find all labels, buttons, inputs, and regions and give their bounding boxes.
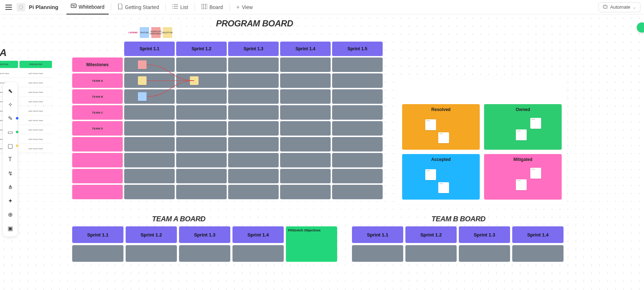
team-cell[interactable] xyxy=(352,245,403,262)
team-cell[interactable] xyxy=(232,245,284,262)
team-sprint-header[interactable]: Sprint 1.3 xyxy=(459,226,510,243)
connector-tool[interactable]: ↯ xyxy=(4,167,16,179)
board-cell[interactable] xyxy=(280,137,331,152)
shape-tool[interactable]: ▭ xyxy=(4,126,16,138)
tab-whiteboard[interactable]: Whiteboard xyxy=(66,0,109,14)
board-cell[interactable] xyxy=(176,121,227,136)
board-cell[interactable] xyxy=(176,57,227,72)
sticky-note[interactable] xyxy=(516,129,527,140)
board-cell[interactable] xyxy=(332,121,383,136)
sticky-note[interactable] xyxy=(190,76,199,85)
board-cell[interactable] xyxy=(228,137,279,152)
help-fab[interactable] xyxy=(637,22,644,33)
sticky-tool[interactable]: ▢ xyxy=(4,140,16,152)
agenda-cell[interactable]: add name here xyxy=(19,135,52,143)
board-cell[interactable] xyxy=(228,153,279,167)
board-cell[interactable] xyxy=(124,105,175,120)
ai-tool[interactable]: ✧ xyxy=(4,98,16,111)
sprint-header[interactable]: Sprint 1.1 xyxy=(124,42,175,56)
sprint-header[interactable]: Sprint 1.4 xyxy=(280,42,331,56)
relationship-tool[interactable]: ⋔ xyxy=(4,181,16,193)
row-header[interactable]: TEAM A xyxy=(72,73,123,88)
tab-getting-started[interactable]: Getting Started xyxy=(113,0,163,14)
board-cell[interactable] xyxy=(228,57,279,72)
board-cell[interactable] xyxy=(280,89,331,104)
board-cell[interactable] xyxy=(176,137,227,152)
sticky-note[interactable] xyxy=(438,132,449,143)
sprint-header[interactable]: Sprint 1.5 xyxy=(332,42,383,56)
agenda-header-cell[interactable]: PRESENTER xyxy=(19,61,52,68)
pi-objectives-card[interactable]: PI/Stretch Objectives xyxy=(286,226,337,262)
row-header[interactable] xyxy=(72,153,123,167)
board-cell[interactable] xyxy=(124,73,175,88)
sticky-note[interactable] xyxy=(516,179,527,190)
board-cell[interactable] xyxy=(228,121,279,136)
sticky-note[interactable] xyxy=(530,118,541,129)
tab-list[interactable]: List xyxy=(168,0,192,14)
team-sprint-header[interactable]: Sprint 1.1 xyxy=(352,226,403,243)
roam-quadrant[interactable]: Owned xyxy=(484,104,562,150)
team-sprint-header[interactable]: Sprint 1.4 xyxy=(512,226,564,243)
board-cell[interactable] xyxy=(332,185,383,199)
team-sprint-header[interactable]: Sprint 1.1 xyxy=(72,226,123,243)
team-cell[interactable] xyxy=(72,245,123,262)
team-sprint-header[interactable]: Sprint 1.3 xyxy=(179,226,230,243)
board-cell[interactable] xyxy=(176,73,227,88)
doc-avatar-icon[interactable] xyxy=(17,3,25,12)
team-cell[interactable] xyxy=(126,245,177,262)
board-cell[interactable] xyxy=(176,169,227,183)
team-cell[interactable] xyxy=(179,245,230,262)
board-cell[interactable] xyxy=(280,153,331,167)
board-cell[interactable] xyxy=(176,89,227,104)
agenda-header-cell[interactable]: PRESENTER xyxy=(0,61,18,68)
row-header[interactable] xyxy=(72,169,123,183)
board-cell[interactable] xyxy=(176,185,227,199)
team-sprint-header[interactable]: Sprint 1.2 xyxy=(405,226,457,243)
board-cell[interactable] xyxy=(280,121,331,136)
board-cell[interactable] xyxy=(332,89,383,104)
board-cell[interactable] xyxy=(280,73,331,88)
agenda-cell[interactable]: add name here xyxy=(0,69,18,77)
board-cell[interactable] xyxy=(332,73,383,88)
page-title[interactable]: Pi Planning xyxy=(29,4,58,10)
board-cell[interactable] xyxy=(332,105,383,120)
roam-quadrant[interactable]: Resolved xyxy=(402,104,480,150)
board-cell[interactable] xyxy=(280,105,331,120)
board-cell[interactable] xyxy=(124,121,175,136)
team-a-board[interactable]: TEAM A BOARD Sprint 1.1Sprint 1.2Sprint … xyxy=(72,215,337,264)
sticky-note[interactable] xyxy=(530,168,541,179)
team-cell[interactable] xyxy=(405,245,457,262)
sticky-note[interactable] xyxy=(138,60,147,69)
pen-tool[interactable]: ✎ xyxy=(4,112,16,124)
board-cell[interactable] xyxy=(228,185,279,199)
agenda-cell[interactable]: add name here xyxy=(19,145,52,153)
row-header[interactable]: TEAM C xyxy=(72,105,123,120)
team-sprint-header[interactable]: Sprint 1.4 xyxy=(232,226,284,243)
whiteboard-canvas[interactable]: ⬉✧✎▭▢T↯⋔✦⊕▣ NDA PRESENTERadd name heread… xyxy=(0,14,644,290)
sticky-note[interactable] xyxy=(138,76,147,85)
team-cell[interactable] xyxy=(459,245,510,262)
board-cell[interactable] xyxy=(124,185,175,199)
magic-tool[interactable]: ✦ xyxy=(4,195,16,207)
row-header[interactable] xyxy=(72,185,123,199)
program-board[interactable]: Sprint 1.1Sprint 1.2Sprint 1.3Sprint 1.4… xyxy=(72,42,383,201)
hamburger-menu-icon[interactable] xyxy=(4,2,14,12)
team-cell[interactable] xyxy=(512,245,564,262)
board-cell[interactable] xyxy=(228,73,279,88)
board-cell[interactable] xyxy=(228,105,279,120)
agenda-cell[interactable]: add name here xyxy=(19,126,52,134)
board-cell[interactable] xyxy=(124,57,175,72)
board-cell[interactable] xyxy=(332,57,383,72)
roam-board[interactable]: ResolvedOwnedAcceptedMitigated xyxy=(397,80,567,205)
team-sprint-header[interactable]: Sprint 1.2 xyxy=(126,226,177,243)
board-cell[interactable] xyxy=(124,153,175,167)
board-cell[interactable] xyxy=(176,105,227,120)
board-cell[interactable] xyxy=(280,185,331,199)
board-cell[interactable] xyxy=(280,169,331,183)
team-b-board[interactable]: TEAM B BOARD Sprint 1.1Sprint 1.2Sprint … xyxy=(352,215,565,264)
sticky-note[interactable] xyxy=(438,182,449,193)
automate-button[interactable]: Automate ⌄ xyxy=(599,2,640,12)
board-cell[interactable] xyxy=(228,89,279,104)
row-header[interactable]: TEAM B xyxy=(72,89,123,104)
board-cell[interactable] xyxy=(124,169,175,183)
